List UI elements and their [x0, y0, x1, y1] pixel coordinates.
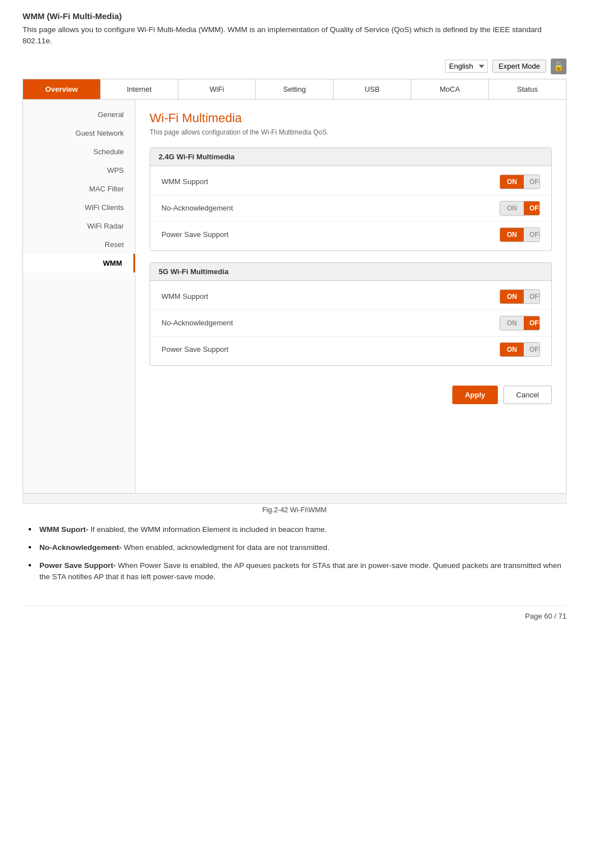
24g-power-save-toggle[interactable]: ON OFF: [500, 227, 540, 242]
bullet-wmm-support-label: WMM Suport-: [39, 525, 88, 534]
bullet-power-save-label: Power Save Support-: [39, 561, 116, 570]
sidebar-item-guest-network[interactable]: Guest Network: [23, 124, 135, 142]
5g-power-save-label: Power Save Support: [161, 345, 228, 354]
lock-icon: 🔒: [551, 59, 566, 74]
sidebar-item-wps[interactable]: WPS: [23, 161, 135, 180]
expert-mode-button[interactable]: Expert Mode: [492, 60, 546, 73]
page-number: Page 60 / 71: [525, 612, 566, 620]
5g-no-ack-row: No-Acknowledgement ON OFF: [150, 310, 551, 337]
sidebar-item-wmm[interactable]: WMM: [23, 254, 135, 272]
figure-caption: Fig.2-42 Wi-Fi\WMM: [23, 506, 566, 514]
partial-bottom-bar: [23, 494, 566, 504]
tab-usb[interactable]: USB: [334, 79, 411, 99]
page-title: WMM (Wi-Fi Multi-Media): [23, 11, 566, 21]
5g-wmm-support-toggle[interactable]: ON OFF: [500, 289, 540, 304]
bullet-power-save: Power Save Support- When Power Save is e…: [28, 560, 566, 583]
5g-power-save-toggle[interactable]: ON OFF: [500, 342, 540, 357]
tab-overview[interactable]: Overview: [23, 79, 101, 99]
bullet-wmm-support-text: If enabled, the WMM information Element …: [88, 525, 327, 534]
5g-no-ack-on[interactable]: ON: [500, 316, 524, 330]
nav-tabs: Overview Internet WiFi Setting USB MoCA …: [23, 79, 566, 100]
tab-setting[interactable]: Setting: [256, 79, 334, 99]
24g-power-save-on[interactable]: ON: [500, 228, 524, 241]
24g-power-save-row: Power Save Support ON OFF: [150, 222, 551, 248]
section-24g-body: WMM Support ON OFF No-Acknowledgement ON…: [150, 166, 551, 250]
wifi-multimedia-subtitle: This page allows configuration of the Wi…: [150, 128, 552, 136]
5g-power-save-row: Power Save Support ON OFF: [150, 337, 551, 363]
sidebar-item-mac-filter[interactable]: MAC Filter: [23, 180, 135, 198]
content-panel: Wi-Fi Multimedia This page allows config…: [136, 100, 566, 493]
24g-no-ack-row: No-Acknowledgement ON OFF: [150, 195, 551, 222]
24g-no-ack-on[interactable]: ON: [500, 202, 524, 215]
24g-no-ack-toggle[interactable]: ON OFF: [500, 201, 540, 216]
24g-wmm-support-label: WMM Support: [161, 177, 208, 186]
top-bar: English Chinese French German Spanish Ex…: [23, 59, 566, 74]
5g-no-ack-toggle[interactable]: ON OFF: [500, 316, 540, 330]
section-5g-body: WMM Support ON OFF No-Acknowledgement ON…: [150, 281, 551, 365]
24g-wmm-support-toggle[interactable]: ON OFF: [500, 175, 540, 189]
24g-no-ack-off[interactable]: OFF: [524, 202, 540, 215]
page-description: This page allows you to configure Wi-Fi …: [23, 24, 566, 47]
sidebar-item-wifi-radar[interactable]: WiFi Radar: [23, 217, 135, 235]
bullet-power-save-text: When Power Save is enabled, the AP queue…: [39, 561, 561, 581]
5g-wmm-support-on[interactable]: ON: [500, 290, 524, 303]
bullets-section: WMM Suport- If enabled, the WMM informat…: [23, 524, 566, 583]
sidebar-item-schedule[interactable]: Schedule: [23, 142, 135, 161]
bullet-list: WMM Suport- If enabled, the WMM informat…: [28, 524, 566, 583]
section-5g: 5G Wi-Fi Multimedia WMM Support ON OFF N…: [150, 262, 552, 366]
bullet-no-ack-text: When enabled, acknowledgment for data ar…: [122, 543, 329, 552]
5g-wmm-support-off[interactable]: OFF: [524, 290, 540, 303]
cancel-button[interactable]: Cancel: [503, 386, 552, 404]
5g-power-save-on[interactable]: ON: [500, 343, 524, 356]
apply-button[interactable]: Apply: [452, 386, 497, 404]
24g-wmm-support-on[interactable]: ON: [500, 175, 524, 189]
24g-wmm-support-off[interactable]: OFF: [524, 175, 540, 189]
page-footer: Page 60 / 71: [23, 606, 566, 620]
bullet-no-ack-label: No-Acknowledgement-: [39, 543, 122, 552]
tab-moca[interactable]: MoCA: [411, 79, 489, 99]
section-24g: 2.4G Wi-Fi Multimedia WMM Support ON OFF…: [150, 147, 552, 251]
5g-wmm-support-row: WMM Support ON OFF: [150, 284, 551, 310]
main-content: General Guest Network Schedule WPS MAC F…: [23, 100, 566, 494]
sidebar: General Guest Network Schedule WPS MAC F…: [23, 100, 136, 493]
24g-wmm-support-row: WMM Support ON OFF: [150, 169, 551, 195]
section-24g-header: 2.4G Wi-Fi Multimedia: [150, 148, 551, 166]
bullet-no-ack: No-Acknowledgement- When enabled, acknow…: [28, 542, 566, 553]
sidebar-item-wifi-clients[interactable]: WiFi Clients: [23, 198, 135, 217]
24g-power-save-label: Power Save Support: [161, 230, 228, 239]
5g-wmm-support-label: WMM Support: [161, 292, 208, 301]
24g-no-ack-label: No-Acknowledgement: [161, 204, 233, 212]
wifi-multimedia-title: Wi-Fi Multimedia: [150, 111, 552, 126]
sidebar-item-general[interactable]: General: [23, 105, 135, 124]
sidebar-item-reset[interactable]: Reset: [23, 235, 135, 254]
bullet-wmm-support: WMM Suport- If enabled, the WMM informat…: [28, 524, 566, 535]
tab-status[interactable]: Status: [489, 79, 566, 99]
5g-no-ack-off[interactable]: OFF: [524, 316, 540, 330]
buttons-row: Apply Cancel: [150, 377, 552, 407]
language-select[interactable]: English Chinese French German Spanish: [445, 60, 488, 73]
24g-power-save-off[interactable]: OFF: [524, 228, 540, 241]
tab-internet[interactable]: Internet: [101, 79, 178, 99]
section-5g-header: 5G Wi-Fi Multimedia: [150, 263, 551, 281]
5g-no-ack-label: No-Acknowledgement: [161, 319, 233, 327]
tab-wifi[interactable]: WiFi: [178, 79, 256, 99]
5g-power-save-off[interactable]: OFF: [524, 343, 540, 356]
